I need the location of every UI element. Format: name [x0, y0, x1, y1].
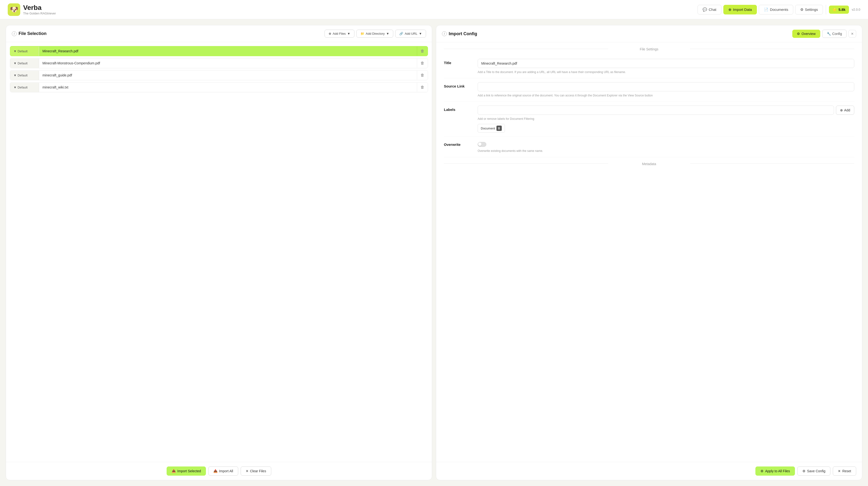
settings-icon: ⚙	[800, 7, 803, 12]
save-config-icon: ⚙	[802, 469, 806, 473]
overwrite-row: Overwrite Overwrite existing documents w…	[444, 137, 854, 157]
file-selection-info-icon: i	[12, 31, 17, 36]
labels-input[interactable]	[478, 106, 834, 115]
header-nav: 💬 Chat ⊕ Import Data 📄 Documents ⚙ Setti…	[698, 5, 860, 14]
add-label-button[interactable]: ⊕ Add	[836, 106, 854, 115]
logo-icon: 🐶	[8, 3, 20, 16]
app-name: Verba	[23, 4, 56, 11]
import-config-info-icon: i	[442, 31, 447, 36]
version-badge: v2.0.0	[852, 8, 860, 11]
left-panel-footer: 📥 Import Selected 📥 Import All ✕ Clear F…	[6, 462, 432, 480]
import-selected-button[interactable]: 📥 Import Selected	[166, 466, 206, 476]
add-files-chevron: ▼	[347, 32, 350, 35]
document-icon: 📄	[764, 7, 768, 12]
table-row[interactable]: ▼ Default Minecraft_Research.pdf 🗑	[10, 46, 428, 56]
clear-files-icon: ✕	[246, 469, 249, 473]
left-panel-title: File Selection	[19, 31, 46, 36]
app-subtitle: The Golden RAGtriever	[23, 11, 56, 15]
apply-all-icon: ⚙	[761, 469, 764, 473]
tab-overview[interactable]: ⚙ Overview	[792, 30, 820, 38]
close-icon: ✕	[851, 32, 854, 36]
add-directory-chevron: ▼	[386, 32, 390, 35]
right-panel-title: Import Config	[449, 31, 477, 36]
nav-documents[interactable]: 📄 Documents	[759, 5, 793, 14]
main-content: i File Selection ⊕ Add Files ▼ 📁 Add Dir…	[0, 19, 868, 486]
file-tag: ▼ Default	[10, 71, 39, 80]
clear-files-button[interactable]: ✕ Clear Files	[241, 466, 271, 476]
file-tag-chevron: ▼	[13, 73, 17, 77]
source-link-label: Source Link	[444, 82, 473, 88]
left-panel: i File Selection ⊕ Add Files ▼ 📁 Add Dir…	[6, 25, 432, 480]
title-label: Title	[444, 59, 473, 65]
metadata-section	[444, 170, 854, 177]
nav-settings[interactable]: ⚙ Settings	[795, 5, 823, 14]
overwrite-label: Overwrite	[444, 140, 473, 147]
title-hint: Add a Title to the document. If you are …	[478, 70, 854, 74]
add-label-icon: ⊕	[840, 108, 843, 112]
delete-label-icon: 🗑	[498, 127, 500, 130]
file-settings-heading: File Settings	[444, 42, 854, 55]
source-link-row: Source Link Add a link to reference the …	[444, 78, 854, 102]
github-star-icon: ⭐	[832, 7, 837, 12]
app-header: 🐶 Verba The Golden RAGtriever 💬 Chat ⊕ I…	[0, 0, 868, 19]
github-button[interactable]: ⭐ 5.8k	[829, 5, 849, 14]
title-row: Title Add a Title to the document. If yo…	[444, 55, 854, 78]
add-url-button[interactable]: 🔗 Add URL ▼	[395, 30, 426, 38]
add-directory-button[interactable]: 📁 Add Directory ▼	[356, 30, 394, 38]
label-tag-name: Document	[481, 127, 495, 130]
overwrite-toggle[interactable]	[478, 142, 486, 147]
file-tag: ▼ Default	[10, 59, 39, 68]
metadata-heading: Metadata	[444, 157, 854, 170]
nav-import-data[interactable]: ⊕ Import Data	[723, 5, 757, 14]
labels-label: Labels	[444, 106, 473, 111]
file-tag-chevron: ▼	[13, 62, 17, 65]
table-row[interactable]: ▼ Default minecraft_guide.pdf 🗑	[10, 70, 428, 80]
file-name: minecraft_guide.pdf	[39, 70, 417, 80]
title-input[interactable]	[478, 59, 854, 68]
trash-icon: 🗑	[421, 61, 424, 65]
tab-config[interactable]: 🔧 Config	[822, 30, 846, 38]
label-tags: Document 🗑	[478, 124, 854, 133]
trash-icon: 🗑	[421, 85, 424, 90]
import-icon: ⊕	[728, 7, 732, 12]
apply-to-all-button[interactable]: ⚙ Apply to All Files	[755, 466, 795, 476]
file-tag: ▼ Default	[10, 83, 39, 92]
file-tag-chevron: ▼	[13, 86, 17, 89]
file-list: ▼ Default Minecraft_Research.pdf 🗑 ▼ Def…	[6, 42, 432, 462]
source-link-hint: Add a link to reference the original sou…	[478, 93, 854, 98]
labels-hint: Add or remove labels for Document Filter…	[478, 117, 854, 121]
delete-file-button[interactable]: 🗑	[417, 71, 428, 80]
delete-file-button[interactable]: 🗑	[417, 46, 428, 56]
add-files-button[interactable]: ⊕ Add Files ▼	[324, 30, 354, 38]
trash-icon: 🗑	[421, 73, 424, 77]
overwrite-hint: Overwrite existing documents with the sa…	[478, 149, 854, 153]
labels-row: Labels ⊕ Add Add or remove labels for Do…	[444, 102, 854, 137]
file-name: minecraft_wiki.txt	[39, 83, 417, 92]
right-panel: i Import Config ⚙ Overview 🔧 Config ✕	[436, 25, 862, 480]
chat-icon: 💬	[703, 7, 707, 12]
trash-icon: 🗑	[421, 49, 424, 53]
left-panel-actions: ⊕ Add Files ▼ 📁 Add Directory ▼ 🔗 Add UR…	[324, 30, 426, 38]
delete-file-button[interactable]: 🗑	[417, 83, 428, 92]
right-panel-controls: ⚙ Overview 🔧 Config ✕	[792, 30, 856, 38]
table-row[interactable]: ▼ Default minecraft_wiki.txt 🗑	[10, 82, 428, 92]
right-panel-content: File Settings Title Add a Title to the d…	[436, 42, 862, 462]
file-name: Minecraft-Monstrous-Compendium.pdf	[39, 58, 417, 68]
close-panel-button[interactable]: ✕	[848, 30, 856, 38]
right-panel-header: i Import Config ⚙ Overview 🔧 Config ✕	[436, 25, 862, 42]
import-all-button[interactable]: 📥 Import All	[208, 466, 238, 476]
config-icon: 🔧	[827, 32, 831, 36]
reset-button[interactable]: ✕ Reset	[833, 466, 856, 476]
nav-chat[interactable]: 💬 Chat	[698, 5, 721, 14]
add-directory-icon: 📁	[361, 32, 364, 35]
file-tag-chevron: ▼	[13, 50, 17, 53]
table-row[interactable]: ▼ Default Minecraft-Monstrous-Compendium…	[10, 58, 428, 68]
right-panel-tabs: ⚙ Overview 🔧 Config	[792, 30, 846, 38]
save-config-button[interactable]: ⚙ Save Config	[797, 466, 830, 476]
import-all-icon: 📥	[213, 469, 217, 473]
add-files-icon: ⊕	[329, 32, 331, 35]
delete-file-button[interactable]: 🗑	[417, 59, 428, 68]
logo-container: 🐶 Verba The Golden RAGtriever	[8, 3, 694, 16]
delete-label-button[interactable]: 🗑	[496, 126, 502, 131]
source-link-input[interactable]	[478, 82, 854, 91]
